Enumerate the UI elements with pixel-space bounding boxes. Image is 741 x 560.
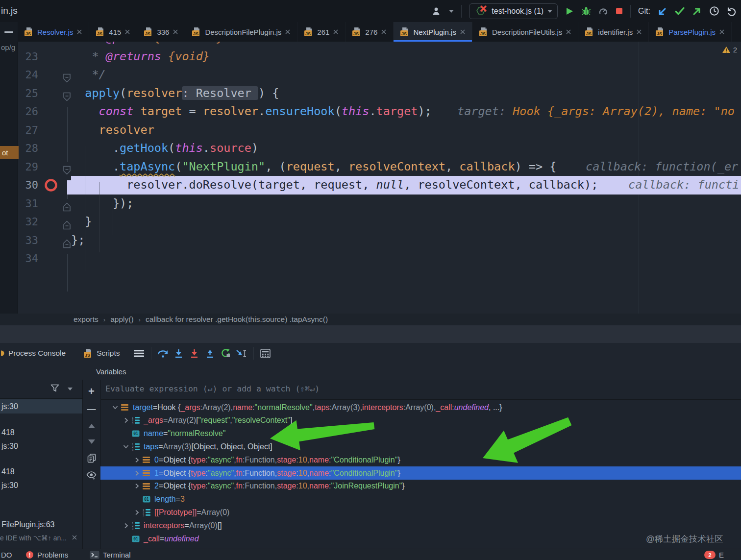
fold-marker-icon[interactable] bbox=[63, 70, 71, 89]
chevron-down-icon[interactable] bbox=[68, 388, 73, 390]
inspections-widget[interactable]: 2 bbox=[722, 46, 737, 54]
variable-row-interceptors[interactable]: 123interceptors = Array(0) [] bbox=[100, 519, 741, 532]
add-watch-button[interactable]: + bbox=[82, 386, 100, 397]
breadcrumb-item[interactable]: callback for resolver .getHook(this.sour… bbox=[146, 315, 328, 324]
line-number[interactable]: 32 bbox=[0, 213, 38, 231]
close-icon[interactable] bbox=[566, 29, 571, 35]
show-options-button[interactable] bbox=[82, 469, 100, 481]
tab-scripts[interactable]: JS Scripts bbox=[79, 343, 124, 364]
user-account-icon[interactable] bbox=[432, 7, 442, 16]
close-icon[interactable] bbox=[173, 29, 178, 35]
problems-tab[interactable]: Problems bbox=[25, 549, 68, 560]
chevron-down-icon[interactable] bbox=[123, 444, 129, 449]
close-icon[interactable] bbox=[636, 29, 642, 35]
stop-button[interactable] bbox=[616, 7, 623, 15]
chevron-down-icon[interactable] bbox=[449, 10, 454, 13]
hide-tabs-button[interactable] bbox=[0, 22, 18, 42]
move-up-button[interactable] bbox=[82, 420, 100, 432]
breadcrumb-item[interactable]: exports bbox=[74, 315, 99, 324]
chevron-right-icon[interactable] bbox=[123, 417, 129, 423]
variable-row-_call[interactable]: 01_call = undefined bbox=[100, 532, 741, 545]
variable-row-length[interactable]: 01length = 3 bbox=[100, 493, 741, 506]
line-number[interactable]: 34 bbox=[0, 249, 38, 268]
editor-tab-descriptionfileutils-js[interactable]: JSDescriptionFileUtils.js bbox=[472, 22, 578, 42]
filter-icon[interactable] bbox=[50, 384, 59, 392]
editor-tab-nextplugin-js[interactable]: JSNextPlugin.js bbox=[394, 22, 472, 42]
chevron-down-icon[interactable] bbox=[112, 405, 119, 410]
variable-row-prototype[interactable]: 123[[Prototype]] = Array(0) bbox=[100, 506, 741, 519]
editor-tab-descriptionfileplugin-js[interactable]: JSDescriptionFilePlugin.js bbox=[185, 22, 297, 42]
chevron-right-icon[interactable] bbox=[133, 483, 140, 489]
git-push-button[interactable] bbox=[692, 6, 702, 16]
run-to-cursor-alt-button[interactable] bbox=[218, 346, 234, 361]
terminal-tab[interactable]: Terminal bbox=[90, 549, 131, 560]
fold-marker-icon[interactable] bbox=[63, 217, 71, 236]
run-to-cursor-button[interactable] bbox=[234, 346, 249, 361]
editor-tab-415[interactable]: JS415 bbox=[89, 22, 137, 42]
frame-item[interactable]: FilePlugin.js:63 bbox=[0, 517, 82, 532]
evaluate-expression-input[interactable]: Evaluate expression (↵) or add a watch (… bbox=[105, 384, 320, 393]
line-number[interactable]: 26 bbox=[0, 102, 38, 121]
close-icon[interactable] bbox=[124, 29, 130, 35]
close-icon[interactable] bbox=[285, 29, 291, 35]
line-number[interactable]: 28 bbox=[0, 139, 38, 158]
evaluate-expression-button[interactable] bbox=[258, 346, 273, 361]
chevron-right-icon[interactable] bbox=[133, 510, 140, 515]
code-editor[interactable]: 22 * @param {Resolver} resolver the reso… bbox=[0, 42, 741, 314]
line-number[interactable]: 24 bbox=[0, 66, 38, 84]
history-button[interactable] bbox=[709, 6, 719, 16]
editor-tab-parseplugin-js[interactable]: JSParsePlugin.js bbox=[649, 22, 732, 42]
close-icon[interactable] bbox=[333, 29, 339, 35]
debug-button[interactable] bbox=[581, 6, 591, 16]
view-options-icon[interactable] bbox=[131, 346, 147, 361]
variable-row-2[interactable]: 2 = Object {type: "async", fn: Function,… bbox=[100, 480, 741, 493]
editor-tab-336[interactable]: JS336 bbox=[137, 22, 185, 42]
frame-item[interactable]: js:30 bbox=[0, 478, 82, 492]
frame-item[interactable]: 418 bbox=[0, 464, 82, 479]
line-number[interactable]: 22 bbox=[0, 42, 38, 48]
run-button[interactable] bbox=[565, 7, 574, 16]
line-number[interactable]: 25 bbox=[0, 84, 38, 103]
rollback-button[interactable] bbox=[727, 6, 737, 16]
frame-item[interactable]: js:30 bbox=[0, 439, 82, 453]
step-into-button[interactable] bbox=[171, 346, 187, 361]
breadcrumb-item[interactable]: apply() bbox=[110, 315, 133, 324]
run-configuration-selector[interactable]: JS test-hook.js (1) bbox=[469, 3, 558, 19]
close-icon[interactable] bbox=[719, 29, 725, 35]
frame-item[interactable]: js:30 bbox=[0, 399, 82, 414]
todo-tab-partial[interactable]: DO bbox=[1, 549, 12, 560]
fold-marker-icon[interactable] bbox=[63, 162, 71, 181]
tab-process-console[interactable]: Process Console bbox=[0, 343, 70, 364]
editor-tab-261[interactable]: JS261 bbox=[297, 22, 346, 42]
variable-row-target[interactable]: target = Hook {_args: Array(2), name: "n… bbox=[100, 401, 741, 414]
line-number[interactable]: 31 bbox=[0, 195, 38, 213]
git-commit-button[interactable] bbox=[675, 7, 685, 15]
variable-row-1[interactable]: 1 = Object {type: "async", fn: Function,… bbox=[100, 466, 741, 480]
move-down-button[interactable] bbox=[82, 436, 100, 447]
profiler-button[interactable] bbox=[598, 6, 608, 16]
chevron-right-icon[interactable] bbox=[133, 457, 140, 463]
fold-marker-icon[interactable] bbox=[63, 89, 71, 107]
step-over-button[interactable] bbox=[155, 346, 171, 361]
copy-button[interactable] bbox=[82, 452, 100, 464]
editor-tab-276[interactable]: JS276 bbox=[346, 22, 394, 42]
chevron-right-icon[interactable] bbox=[133, 470, 140, 476]
line-number[interactable]: 23 bbox=[0, 48, 38, 66]
variable-row-0[interactable]: 0 = Object {type: "async", fn: Function,… bbox=[100, 453, 741, 466]
remove-watch-button[interactable]: — bbox=[82, 403, 100, 415]
step-out-button[interactable] bbox=[202, 346, 218, 361]
editor-tab-resolver-js[interactable]: JSResolver.js bbox=[18, 22, 89, 42]
close-icon[interactable] bbox=[76, 29, 82, 35]
chevron-right-icon[interactable] bbox=[123, 523, 129, 529]
variable-row-taps[interactable]: 123taps = Array(3) [Object, Object, Obje… bbox=[100, 440, 741, 453]
editor-tab-identifier-js[interactable]: JSidentifier.js bbox=[578, 22, 649, 42]
fold-marker-icon[interactable] bbox=[63, 236, 71, 254]
line-number[interactable]: 30 bbox=[0, 176, 38, 195]
fold-marker-icon[interactable] bbox=[63, 199, 71, 218]
event-log-badge[interactable]: 2 E bbox=[704, 549, 724, 560]
line-number[interactable]: 29 bbox=[0, 158, 38, 176]
close-icon[interactable] bbox=[460, 29, 466, 35]
breakpoint-icon[interactable] bbox=[44, 178, 58, 198]
git-update-button[interactable] bbox=[658, 6, 667, 16]
frame-item[interactable]: 418 bbox=[0, 425, 82, 439]
